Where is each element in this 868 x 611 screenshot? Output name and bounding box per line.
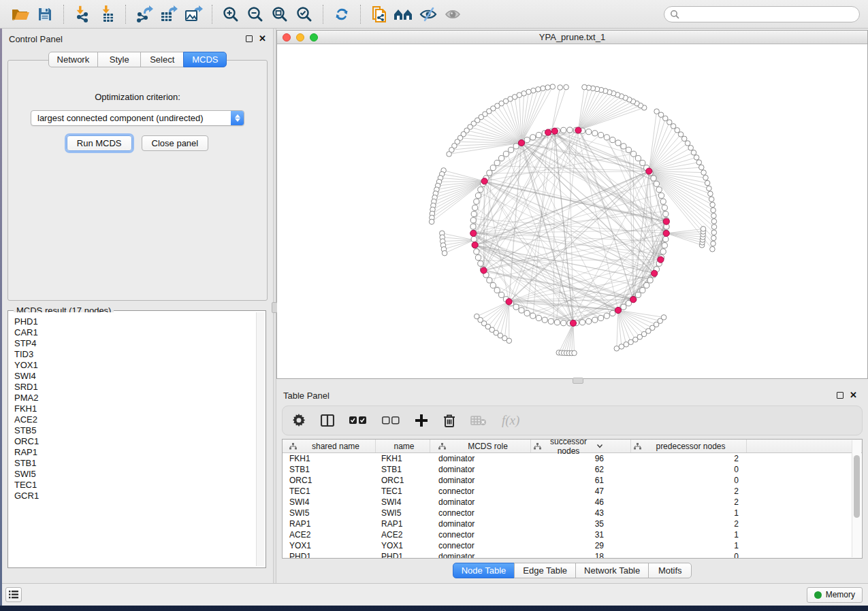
- open-folder-icon[interactable]: [8, 3, 33, 25]
- network-canvas[interactable]: [277, 44, 867, 378]
- table-cell: 31: [531, 530, 631, 540]
- scrollbar-thumb[interactable]: [854, 455, 860, 518]
- mcds-result-item[interactable]: CAR1: [14, 327, 256, 338]
- table-body: FKH1FKH1dominator962STB1STB1dominator620…: [283, 453, 862, 558]
- table-cell: YOX1: [283, 541, 376, 550]
- column-header-shared-name[interactable]: shared name: [283, 440, 376, 452]
- mcds-result-item[interactable]: GCR1: [14, 491, 256, 501]
- mcds-result-item[interactable]: STP4: [14, 338, 256, 349]
- memory-button[interactable]: Memory: [807, 587, 863, 603]
- table-row[interactable]: SWI4SWI4dominator462: [283, 497, 862, 508]
- new-network-from-selection-icon[interactable]: [367, 3, 391, 25]
- control-panel-tabs: NetworkStyleSelectMCDS: [2, 52, 273, 67]
- list-icon: [9, 591, 18, 599]
- export-network-icon[interactable]: [132, 3, 157, 25]
- table-scrollbar[interactable]: [852, 440, 861, 557]
- hide-selection-icon[interactable]: [416, 3, 440, 25]
- mcds-result-item[interactable]: FKH1: [14, 403, 256, 414]
- table-cell: connector: [430, 541, 531, 550]
- table-cell: 18: [531, 552, 631, 558]
- column-header-name[interactable]: name: [376, 440, 430, 452]
- mcds-result-item[interactable]: RAP1: [14, 447, 256, 458]
- mcds-result-item[interactable]: YOX1: [14, 360, 256, 371]
- search-input[interactable]: [679, 10, 854, 19]
- table-row[interactable]: STB1STB1dominator620: [283, 464, 862, 475]
- zoom-fit-icon[interactable]: [268, 3, 292, 25]
- table-header-row: shared namenameMCDS rolesuccessor nodesp…: [283, 440, 862, 453]
- table-row[interactable]: ORC1ORC1dominator610: [283, 475, 862, 486]
- tab-network[interactable]: Network: [48, 52, 99, 67]
- table-cell: STB1: [376, 465, 430, 474]
- table-row[interactable]: RAP1RAP1dominator352: [283, 518, 862, 529]
- tab-edge-table[interactable]: Edge Table: [514, 563, 576, 578]
- search-box[interactable]: [664, 6, 860, 22]
- mcds-result-item[interactable]: STB1: [14, 458, 256, 469]
- table-cell: ACE2: [283, 530, 376, 540]
- zoom-selected-icon[interactable]: [292, 3, 317, 25]
- column-header-successor-nodes[interactable]: successor nodes: [531, 440, 631, 452]
- vertical-splitter[interactable]: [273, 29, 276, 583]
- splitter-handle[interactable]: [573, 378, 583, 384]
- function-icon: f(x): [502, 413, 519, 428]
- main-toolbar: [0, 0, 868, 29]
- tab-node-table[interactable]: Node Table: [453, 563, 515, 578]
- close-icon[interactable]: ✕: [850, 392, 857, 399]
- select-all-icon[interactable]: [349, 416, 367, 425]
- table-row[interactable]: TEC1TEC1connector472: [283, 486, 862, 497]
- mcds-result-item[interactable]: SWI5: [14, 469, 256, 480]
- zoom-in-icon[interactable]: [219, 3, 243, 25]
- table-cell: dominator: [430, 454, 531, 463]
- mcds-result-item[interactable]: ORC1: [14, 436, 256, 447]
- float-window-icon[interactable]: [837, 392, 843, 399]
- table-row[interactable]: SWI5SWI5connector431: [283, 508, 862, 518]
- first-neighbors-icon[interactable]: [391, 3, 416, 25]
- mcds-result-item[interactable]: TID3: [14, 349, 256, 360]
- table-cell: TEC1: [376, 486, 430, 496]
- export-table-icon[interactable]: [157, 3, 181, 25]
- tab-network-table[interactable]: Network Table: [575, 563, 649, 578]
- table-row[interactable]: ACE2ACE2connector311: [283, 529, 862, 540]
- refresh-icon[interactable]: [329, 3, 354, 25]
- split-column-icon[interactable]: [321, 414, 334, 427]
- result-list-scrollbar[interactable]: [256, 312, 264, 566]
- export-image-icon[interactable]: [181, 3, 206, 25]
- gear-icon[interactable]: [292, 414, 306, 427]
- delete-icon[interactable]: [443, 414, 455, 427]
- destroy-table-icon: [470, 415, 487, 426]
- network-graph[interactable]: [277, 44, 863, 378]
- show-all-icon: [440, 3, 465, 25]
- mcds-result-item[interactable]: SRD1: [14, 382, 256, 393]
- tab-motifs[interactable]: Motifs: [648, 563, 692, 578]
- mcds-result-item[interactable]: PMA2: [14, 393, 256, 403]
- table-cell: PHD1: [283, 552, 376, 558]
- mcds-result-item[interactable]: TEC1: [14, 480, 256, 491]
- tab-style[interactable]: Style: [97, 52, 141, 67]
- mcds-result-item[interactable]: SWI4: [14, 371, 256, 382]
- tab-select[interactable]: Select: [140, 52, 184, 67]
- close-icon[interactable]: ✕: [259, 35, 266, 42]
- task-history-button[interactable]: [5, 587, 22, 602]
- table-row[interactable]: YOX1YOX1connector291: [283, 540, 862, 551]
- import-network-icon[interactable]: [70, 3, 95, 25]
- network-window-titlebar[interactable]: YPA_prune.txt_1: [277, 31, 867, 44]
- add-column-icon[interactable]: [415, 414, 428, 427]
- zoom-out-icon[interactable]: [243, 3, 268, 25]
- tab-mcds[interactable]: MCDS: [183, 52, 227, 67]
- table-cell: 61: [531, 476, 631, 485]
- mcds-result-item[interactable]: ACE2: [14, 414, 256, 425]
- save-icon[interactable]: [33, 3, 57, 25]
- optimization-criterion-select[interactable]: largest connected component (undirected): [31, 110, 244, 126]
- horizontal-splitter[interactable]: [276, 379, 868, 385]
- table-row[interactable]: PHD1PHD1dominator180: [283, 551, 862, 558]
- float-window-icon[interactable]: [246, 35, 253, 42]
- close-panel-button[interactable]: Close panel: [142, 135, 209, 151]
- mcds-result-item[interactable]: PHD1: [14, 316, 256, 327]
- deselect-all-icon[interactable]: [382, 416, 400, 425]
- run-mcds-button[interactable]: Run MCDS: [67, 135, 132, 151]
- column-header-predecessor-nodes[interactable]: predecessor nodes: [631, 440, 747, 452]
- column-header-MCDS-role[interactable]: MCDS role: [430, 440, 531, 452]
- table-row[interactable]: FKH1FKH1dominator962: [283, 453, 862, 464]
- table-cell: connector: [430, 508, 531, 518]
- import-table-icon[interactable]: [95, 3, 119, 25]
- mcds-result-item[interactable]: STB5: [14, 425, 256, 436]
